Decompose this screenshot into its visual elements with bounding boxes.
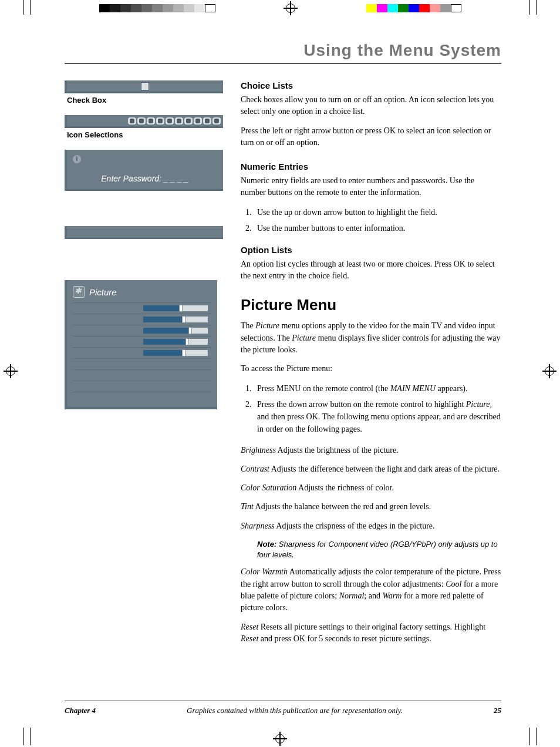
icon-selection-widget	[65, 115, 223, 128]
slider	[143, 350, 208, 356]
body-text: An option list cycles through at least t…	[241, 258, 501, 282]
registration-cross-icon	[4, 364, 18, 378]
color-bars	[366, 4, 461, 12]
info-icon: i	[73, 155, 81, 163]
definition-color-warmth: Color Warmth Automatically adjusts the c…	[241, 566, 501, 614]
list-item: Use the number buttons to enter informat…	[254, 222, 501, 234]
body-text: To access the Picture menu:	[241, 363, 501, 375]
picture-menu-widget: Picture	[65, 280, 217, 409]
crop-mark	[23, 2, 31, 15]
icon-selection-caption: Icon Selections	[67, 130, 223, 139]
crop-mark	[529, 732, 537, 745]
print-registration-bottom	[0, 734, 560, 743]
numbered-list: Press MENU on the remote control (the MA…	[241, 382, 501, 435]
registration-cross-icon	[284, 1, 298, 15]
section-heading-option: Option Lists	[241, 245, 501, 255]
body-text: Numeric entry fields are used to enter n…	[241, 175, 501, 199]
registration-cross-icon	[273, 732, 287, 746]
chapter-title: Using the Menu System	[65, 41, 501, 64]
grayscale-bars	[99, 4, 215, 12]
print-registration-top	[0, 4, 560, 13]
password-label: Enter Password: _ _ _ _	[73, 174, 217, 183]
page-content: Using the Menu System Check Box Icon Sel…	[65, 41, 501, 712]
list-item: Use the up or down arrow button to highl…	[254, 206, 501, 218]
body-text: Check boxes allow you to turn on or off …	[241, 94, 501, 118]
definition-sharpness: Sharpness Adjusts the crispness of the e…	[241, 520, 501, 532]
slider	[143, 305, 208, 311]
list-item: Press the down arrow button on the remot…	[254, 398, 501, 435]
slider	[143, 328, 208, 334]
section-heading-numeric: Numeric Entries	[241, 161, 501, 171]
definition-tint: Tint Adjusts the balance between the red…	[241, 501, 501, 513]
option-list-widget	[65, 226, 223, 239]
crop-mark	[23, 732, 31, 745]
section-heading-choice: Choice Lists	[241, 80, 501, 90]
picture-icon	[73, 286, 85, 298]
note-text: Note: Sharpness for Component video (RGB…	[257, 539, 501, 560]
password-widget: i Enter Password: _ _ _ _	[65, 150, 223, 191]
footer-chapter: Chapter 4	[65, 706, 96, 715]
definition-color: Color Saturation Adjusts the richness of…	[241, 482, 501, 494]
body-text: The Picture menu options apply to the vi…	[241, 320, 501, 356]
checkbox-caption: Check Box	[67, 96, 223, 105]
definition-reset: Reset Resets all picture settings to the…	[241, 621, 501, 645]
section-heading-picture-menu: Picture Menu	[241, 296, 501, 314]
slider	[143, 317, 208, 322]
checkbox-widget	[65, 80, 223, 93]
list-item: Press MENU on the remote control (the MA…	[254, 382, 501, 395]
page-footer: Chapter 4 Graphics contained within this…	[65, 701, 501, 715]
picture-menu-title: Picture	[89, 287, 117, 297]
body-text: Press the left or right arrow button or …	[241, 125, 501, 149]
icon-selection-row	[128, 117, 221, 124]
crop-mark	[529, 2, 537, 15]
numbered-list: Use the up or down arrow button to highl…	[241, 206, 501, 234]
registration-cross-icon	[542, 364, 556, 378]
slider	[143, 339, 208, 345]
definition-contrast: Contrast Adjusts the difference between …	[241, 463, 501, 475]
footer-note: Graphics contained within this publicati…	[187, 706, 403, 715]
page-number: 25	[494, 706, 501, 715]
definition-brightness: Brightness Adjusts the brightness of the…	[241, 445, 501, 456]
checkbox-icon	[141, 82, 149, 90]
